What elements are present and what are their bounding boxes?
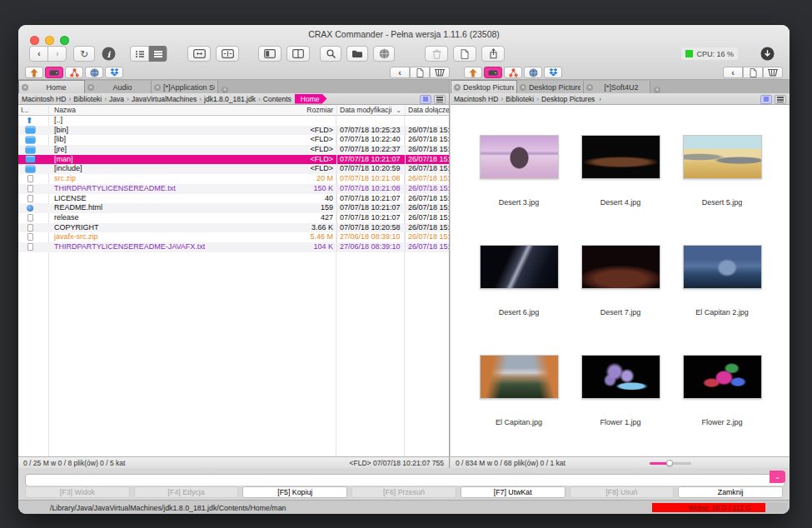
parent-dir-button-right[interactable] [464, 67, 482, 78]
right-thumb-view-button[interactable] [760, 95, 772, 104]
breadcrumb-item[interactable]: Java [102, 95, 124, 103]
thumbnail-item[interactable]: El Capitan.jpg [468, 355, 570, 456]
left-queue-button[interactable] [430, 67, 450, 78]
left-thumb-view-button[interactable] [420, 95, 431, 104]
thumbnail-image[interactable] [581, 245, 660, 289]
tab-close-icon[interactable]: × [87, 84, 94, 91]
thumbnail-image[interactable] [480, 355, 559, 399]
column-header-info[interactable]: I... [18, 106, 48, 114]
right-list-view-button[interactable] [775, 95, 786, 104]
right-pane-tab[interactable]: × [*]Soft4U2 [584, 81, 650, 93]
breadcrumb-item[interactable]: JavaVirtualMachines [124, 95, 197, 103]
local-drive-button-right[interactable] [484, 67, 502, 78]
network-places-button-right[interactable] [504, 67, 522, 78]
thumbnail-item[interactable]: Desert 3.jpg [468, 135, 570, 245]
parent-dir-button[interactable] [25, 67, 43, 78]
new-folder-button[interactable] [346, 46, 368, 62]
column-header-size[interactable]: Rozmiar [300, 106, 336, 114]
breadcrumb-current-folder[interactable]: Home [295, 94, 327, 104]
thumbnail-image[interactable] [581, 355, 660, 399]
breadcrumb-item[interactable]: Macintosh HD [22, 95, 66, 103]
breadcrumb-item[interactable]: Desktop Pictures [534, 95, 595, 103]
new-file-button[interactable] [453, 46, 476, 62]
breadcrumb-item[interactable]: Contents [256, 95, 291, 103]
thumbnail-image[interactable] [581, 135, 660, 179]
search-button[interactable] [320, 46, 341, 62]
thumbnail-image[interactable] [683, 245, 762, 289]
thumbnail-item[interactable]: Desert 6.jpg [468, 245, 570, 355]
release[interactable]: release 427 07/07/18 10:21:07 26/07/18 1… [18, 213, 449, 223]
thumbnail-item[interactable]: Desert 4.jpg [570, 135, 671, 245]
function-key-button[interactable]: Zamknij [678, 486, 783, 498]
ftp-button-right[interactable] [524, 67, 542, 78]
thumbnail-image[interactable] [480, 245, 559, 289]
column-header-name[interactable]: Nazwa [48, 106, 300, 114]
[..][interactable]: [..] [18, 116, 449, 126]
network-button[interactable] [373, 46, 395, 62]
refresh-button[interactable]: ↻ [73, 46, 95, 62]
README.html[interactable]: README.html 159 07/07/18 10:21:07 26/07/… [18, 203, 449, 213]
tab-close-icon[interactable]: × [154, 84, 161, 91]
single-panel-layout-button[interactable] [258, 46, 281, 62]
dual-panel-layout-button[interactable] [286, 46, 310, 62]
dropbox-button-right[interactable] [544, 67, 562, 78]
left-pane-tab[interactable]: × Audio [85, 81, 152, 93]
function-key-button[interactable]: [F3] Widok [25, 486, 130, 498]
function-key-button[interactable]: [F5] Kopiuj [242, 486, 347, 498]
full-view-button[interactable] [148, 46, 167, 62]
delete-button[interactable] [425, 46, 448, 62]
thumbnail-item[interactable]: Flower 2.jpg [671, 355, 773, 456]
javafx-src.zip[interactable]: javafx-src.zip 5.46 M 27/06/18 08:39:10 … [18, 232, 449, 242]
info-button[interactable]: i [102, 47, 116, 61]
right-new-tab-button[interactable] [743, 67, 763, 78]
src.zip[interactable]: src.zip 20 M 07/07/18 10:21:08 26/07/18 … [18, 174, 449, 184]
thumbnail-image[interactable] [683, 355, 762, 399]
breadcrumb-item[interactable]: Biblioteki [498, 95, 534, 103]
thumbnail-item[interactable]: Desert 5.jpg [671, 135, 773, 245]
function-key-button[interactable]: [F8] Usuń [570, 486, 675, 498]
activity-button[interactable] [760, 47, 775, 61]
[man][interactable]: [man] <FLD> 07/07/18 10:21:07 26/07/18 1… [18, 155, 449, 165]
brief-view-button[interactable] [131, 46, 148, 62]
column-header-added[interactable]: Data dołączenia [405, 106, 449, 114]
[include][interactable]: [include] <FLD> 07/07/18 10:20:59 26/07/… [18, 164, 449, 174]
tab-close-icon[interactable]: × [520, 84, 526, 91]
left-list-view-button[interactable] [434, 95, 446, 104]
left-back-button[interactable]: ‹ [390, 67, 410, 78]
[jre][interactable]: [jre] <FLD> 07/07/18 10:22:37 26/07/18 1… [18, 145, 449, 155]
THIRDPARTYLICENSEREADME-JAVAFX.txt[interactable]: THIRDPARTYLICENSEREADME-JAVAFX.txt 104 K… [18, 242, 449, 252]
left-pane-tab[interactable]: × Home [18, 80, 85, 93]
breadcrumb-item[interactable]: Biblioteki [66, 95, 102, 103]
[bin][interactable]: [bin] <FLD> 07/07/18 10:25:23 26/07/18 1… [18, 126, 449, 136]
right-pane-tab[interactable]: × Desktop Pictures [451, 80, 517, 93]
breadcrumb-item[interactable]: jdk1.8.0_181.jdk [197, 95, 256, 103]
LICENSE[interactable]: LICENSE 40 07/07/18 10:21:07 26/07/18 15… [18, 194, 449, 204]
add-tab-button[interactable]: + [654, 87, 660, 93]
thumbnail-item[interactable]: Flower 1.jpg [570, 355, 671, 456]
right-back-button[interactable]: ‹ [723, 67, 743, 78]
column-header-modified[interactable]: Data modyfikacji ⌄ [336, 106, 405, 114]
share-button[interactable] [481, 46, 505, 62]
add-tab-button[interactable]: + [222, 87, 228, 93]
local-drive-button[interactable] [45, 67, 63, 78]
tab-close-icon[interactable]: × [454, 84, 461, 91]
thumbnail-item[interactable]: El Capitan 2.jpg [671, 245, 773, 355]
thumbnail-image[interactable] [480, 135, 559, 179]
back-button[interactable]: ‹ [30, 46, 47, 62]
dropbox-button[interactable] [105, 67, 123, 78]
tab-close-icon[interactable]: × [586, 84, 593, 91]
function-key-button[interactable]: [F7] UtwKat [461, 486, 565, 498]
COPYRIGHT[interactable]: COPYRIGHT 3.66 K 07/07/18 10:20:58 26/07… [18, 223, 449, 233]
command-history-dropdown[interactable]: ⌄ [770, 471, 785, 483]
[lib][interactable]: [lib] <FLD> 07/07/18 10:22:40 26/07/18 1… [18, 135, 449, 145]
right-pane-tab[interactable]: × Desktop Pictures [517, 81, 584, 93]
equal-panels-button[interactable] [216, 46, 239, 62]
command-input[interactable] [25, 474, 785, 486]
THIRDPARTYLICENSEREADME.txt[interactable]: THIRDPARTYLICENSEREADME.txt 150 K 07/07/… [18, 184, 449, 194]
network-places-button[interactable] [65, 67, 83, 78]
forward-button[interactable]: › [47, 46, 66, 62]
breadcrumb-item[interactable]: Macintosh HD [454, 95, 498, 103]
ftp-button[interactable] [85, 67, 103, 78]
left-pane-tab[interactable]: × [*]Application Su... [152, 81, 218, 93]
function-key-button[interactable]: [F6] Przesuń [351, 486, 456, 498]
